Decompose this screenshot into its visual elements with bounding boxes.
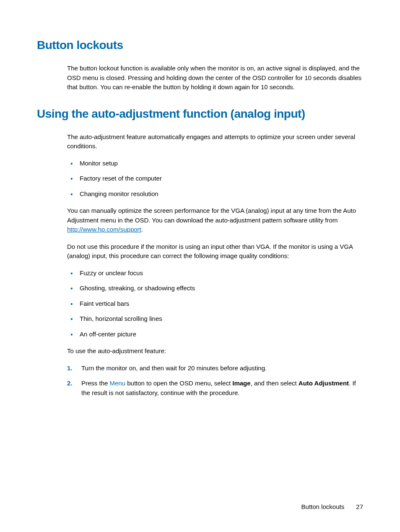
- step-item: Turn the monitor on, and then wait for 2…: [67, 364, 363, 373]
- list-item: Changing monitor resolution: [67, 189, 363, 199]
- text-span: Press the: [81, 380, 110, 387]
- vga-warning-paragraph: Do not use this procedure if the monitor…: [67, 242, 363, 261]
- auto-adjustment-label: Auto Adjustment: [299, 380, 349, 387]
- section-heading-button-lockouts: Button lockouts: [37, 39, 363, 52]
- list-item: Factory reset of the computer: [67, 174, 363, 183]
- conditions-list: Monitor setup Factory reset of the compu…: [67, 159, 363, 199]
- list-item: Monitor setup: [67, 159, 363, 168]
- text-span: You can manually optimize the screen per…: [67, 207, 356, 224]
- list-item: An off-center picture: [67, 330, 363, 339]
- section-heading-auto-adjustment: Using the auto-adjustment function (anal…: [37, 107, 363, 121]
- text-span: , and then select: [251, 380, 299, 387]
- steps-list: Turn the monitor on, and then wait for 2…: [67, 364, 363, 398]
- list-item: Ghosting, streaking, or shadowing effect…: [67, 284, 363, 293]
- text-span: button to open the OSD menu, select: [125, 380, 232, 387]
- manual-optimize-paragraph: You can manually optimize the screen per…: [67, 206, 363, 235]
- footer-title: Button lockouts: [301, 503, 345, 510]
- to-use-heading: To use the auto-adjustment feature:: [67, 346, 363, 356]
- step-item: Press the Menu button to open the OSD me…: [67, 379, 363, 398]
- button-lockouts-paragraph: The button lockout function is available…: [67, 64, 363, 92]
- page-footer: Button lockouts 27: [301, 503, 363, 510]
- list-item: Thin, horizontal scrolling lines: [67, 314, 363, 324]
- list-item: Fuzzy or unclear focus: [67, 269, 363, 278]
- quality-conditions-list: Fuzzy or unclear focus Ghosting, streaki…: [67, 269, 363, 339]
- menu-button-label: Menu: [110, 380, 126, 387]
- hp-support-link[interactable]: http://www.hp.com/support: [67, 226, 141, 233]
- text-span: .: [141, 226, 143, 233]
- list-item: Faint vertical bars: [67, 299, 363, 309]
- page-number: 27: [356, 503, 363, 510]
- image-label: Image: [232, 380, 250, 387]
- auto-adjust-intro: The auto-adjustment feature automaticall…: [67, 132, 363, 151]
